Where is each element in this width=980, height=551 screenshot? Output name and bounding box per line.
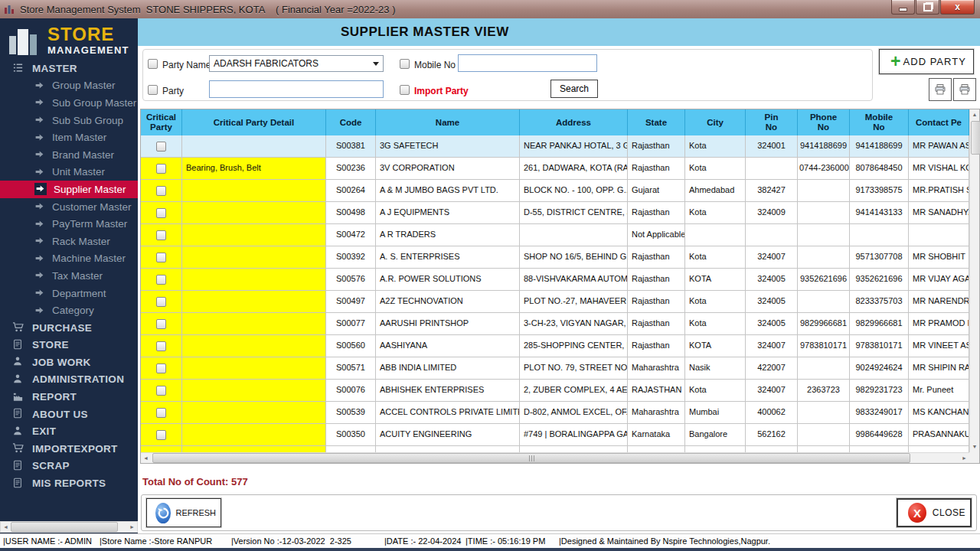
import-party-checkbox[interactable]: [400, 85, 410, 95]
critical-party-checkbox[interactable]: [156, 408, 166, 418]
critical-party-checkbox[interactable]: [156, 186, 166, 196]
critical-party-checkbox[interactable]: [156, 164, 166, 174]
sidebar-item-about-us[interactable]: ABOUT US: [0, 406, 138, 423]
column-header-name[interactable]: Name: [376, 109, 520, 135]
close-view-button[interactable]: X CLOSE: [897, 498, 972, 527]
sidebar-item-report[interactable]: REPORT: [0, 388, 138, 406]
critical-party-checkbox[interactable]: [156, 297, 166, 307]
column-header-state[interactable]: State: [628, 109, 685, 135]
critical-party-checkbox[interactable]: [156, 386, 166, 396]
table-row[interactable]: S00576A.R. POWER SOLUTIONS88-VISHVAKARMA…: [141, 269, 969, 291]
column-header-mobile[interactable]: Mobile No: [850, 109, 909, 135]
scroll-right-icon[interactable]: ►: [127, 522, 137, 532]
party-name-checkbox[interactable]: [148, 59, 158, 69]
table-row[interactable]: S00392A. S. ENTERPRISESSHOP NO 16/5, BEH…: [141, 246, 969, 269]
scroll-left-icon[interactable]: ◄: [141, 453, 151, 463]
doc-icon: [12, 460, 24, 472]
cell-detail: [182, 224, 326, 246]
arrow-icon: [34, 253, 45, 264]
party-input[interactable]: [209, 80, 384, 98]
column-header-city[interactable]: City: [685, 109, 746, 135]
sidebar-item-scrap[interactable]: SCRAP: [0, 458, 138, 475]
scrollbar-thumb[interactable]: [152, 453, 910, 463]
critical-party-checkbox[interactable]: [156, 430, 166, 440]
sidebar-item-item-master[interactable]: Item Master: [0, 129, 138, 146]
sidebar-item-tax-master[interactable]: Tax Master: [0, 267, 138, 285]
column-header-critical[interactable]: Critical Party: [141, 109, 182, 135]
mobile-no-checkbox[interactable]: [400, 59, 410, 69]
column-header-code[interactable]: Code: [326, 109, 376, 135]
table-row[interactable]: S00264A & M JUMBO BAGS PVT LTD.BLOCK NO.…: [141, 180, 969, 202]
column-header-detail[interactable]: Critical Party Detail: [182, 109, 326, 135]
party-checkbox[interactable]: [148, 85, 158, 95]
table-row[interactable]: S00076ABHISHEK ENTERPRISES2, ZUBER COMPL…: [141, 380, 969, 402]
critical-party-checkbox[interactable]: [156, 142, 166, 152]
critical-party-checkbox[interactable]: [156, 230, 166, 240]
cell-contact: MR PRAMOD PA: [909, 313, 969, 335]
scroll-up-icon[interactable]: ▲: [970, 109, 979, 120]
print-button-1[interactable]: [929, 78, 952, 101]
minimize-icon[interactable]: [891, 0, 915, 15]
sidebar-item-customer-master[interactable]: Customer Master: [0, 198, 138, 216]
sidebar-item-sub-group-master[interactable]: Sub Group Master: [0, 94, 138, 112]
critical-party-checkbox[interactable]: [156, 275, 166, 285]
table-row[interactable]: S00077AARUSHI PRINTSHOP3-CH-23, VIGYAN N…: [141, 313, 969, 335]
close-icon[interactable]: x: [940, 0, 975, 15]
critical-party-checkbox[interactable]: [156, 319, 166, 329]
sidebar-item-mis-reports[interactable]: MIS REPORTS: [0, 474, 138, 492]
scrollbar-thumb[interactable]: [11, 522, 118, 532]
table-horizontal-scrollbar[interactable]: ◄ ►: [141, 452, 969, 463]
scroll-right-icon[interactable]: ►: [959, 453, 969, 463]
column-header-contact[interactable]: Contact Pe: [909, 109, 969, 135]
sidebar-item-importexport[interactable]: IMPORTEXPORT: [0, 440, 138, 458]
table-row[interactable]: S00498A J EQUIPMENTSD-55, DISTRICT CENTR…: [141, 202, 969, 224]
sidebar-item-machine-master[interactable]: Machine Master: [0, 250, 138, 268]
table-vertical-scrollbar[interactable]: ▲ ▼: [969, 109, 979, 452]
sidebar-item-department[interactable]: Department: [0, 285, 138, 302]
search-button[interactable]: Search: [550, 80, 598, 98]
scroll-left-icon[interactable]: ◄: [1, 522, 11, 532]
sidebar-item-purchase[interactable]: PURCHASE: [0, 319, 138, 337]
sidebar-item-group-master[interactable]: Group Master: [0, 77, 138, 95]
critical-party-checkbox[interactable]: [156, 208, 166, 218]
table-row[interactable]: [141, 446, 969, 452]
mobile-no-input[interactable]: [458, 54, 597, 72]
scroll-down-icon[interactable]: ▼: [970, 442, 979, 452]
sidebar-item-brand-master[interactable]: Brand Master: [0, 146, 138, 164]
critical-party-checkbox[interactable]: [156, 341, 166, 351]
maximize-icon[interactable]: [916, 0, 939, 15]
sidebar-item-administration[interactable]: ADMINISTRATION: [0, 371, 138, 389]
sidebar-item-exit[interactable]: EXIT: [0, 422, 138, 440]
column-header-pin[interactable]: Pin No: [746, 109, 798, 135]
column-header-phone[interactable]: Phone No: [798, 109, 850, 135]
sidebar-item-supplier-master[interactable]: Supplier Master: [0, 181, 138, 198]
sidebar-item-job-work[interactable]: JOB WORK: [0, 354, 138, 371]
cell-critical-party: [141, 380, 182, 402]
refresh-button[interactable]: REFRESH: [146, 498, 221, 527]
sidebar-item-category[interactable]: Category: [0, 302, 138, 319]
table-row[interactable]: S00350ACUITY ENGINEERING#749 | BORALINGA…: [141, 424, 969, 446]
sidebar-item-store[interactable]: STORE: [0, 337, 138, 354]
print-button-2[interactable]: [953, 78, 976, 101]
scrollbar-thumb[interactable]: [971, 121, 980, 155]
sidebar-item-sub-sub-group[interactable]: Sub Sub Group: [0, 112, 138, 129]
sidebar-item-rack-master[interactable]: Rack Master: [0, 233, 138, 250]
table-row[interactable]: Bearing, Brush, BeltS002363V CORPORATION…: [141, 158, 969, 180]
table-row[interactable]: S00571ABB INDIA LIMITEDPLOT NO. 79, STRE…: [141, 357, 969, 380]
table-row[interactable]: S00497A2Z TECHNOVATIONPLOT NO.-27, MAHAV…: [141, 291, 969, 313]
table-row[interactable]: S003813G SAFETECHNEAR PANKAJ HOTAL, 3 G.…: [141, 135, 969, 158]
cell-code: S00497: [326, 291, 376, 313]
column-header-address[interactable]: Address: [520, 109, 628, 135]
critical-party-checkbox[interactable]: [156, 253, 166, 262]
add-party-button[interactable]: + ADD PARTY: [879, 49, 974, 74]
table-row[interactable]: S00560AASHIYANA285-SHOPPING CENTER, K...…: [141, 335, 969, 357]
critical-party-checkbox[interactable]: [156, 364, 166, 373]
cell-contact: MR PAWAN ASN: [909, 135, 969, 158]
sidebar-item-payterm-master[interactable]: PayTerm Master: [0, 215, 138, 233]
table-row[interactable]: S00539ACCEL CONTROLS PRIVATE LIMITEDD-80…: [141, 402, 969, 424]
table-row[interactable]: S00472A R TRADERSNot Applicable: [141, 224, 969, 246]
sidebar-horizontal-scrollbar[interactable]: ◄ ►: [0, 521, 138, 533]
sidebar-item-unit-master[interactable]: Unit Master: [0, 164, 138, 181]
party-name-select[interactable]: ADARSH FABRICATORS: [209, 55, 384, 72]
sidebar-item-master[interactable]: MASTER: [0, 60, 138, 77]
